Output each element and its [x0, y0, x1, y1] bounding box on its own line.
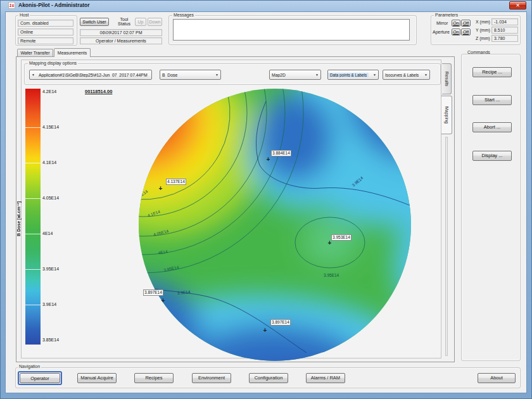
colorbar-tickline [25, 305, 41, 305]
colorbar-tickline [25, 234, 41, 234]
colorbar-tick: 4.2E14 [42, 89, 56, 94]
app-window: 1s Akonis-Pilot - Administrator ✕ Host C… [0, 0, 532, 399]
data-point-label: 3.953E14 [331, 234, 352, 241]
data-point-label: 4.137E14 [166, 179, 186, 185]
abort-button[interactable]: Abort ... [472, 122, 512, 132]
tab-wafer-transfer[interactable]: Wafer Transfer [17, 49, 53, 56]
side-scroll-track [445, 137, 448, 356]
recipe-button[interactable]: Recipe ... [472, 67, 512, 77]
points-mode-dropdown[interactable]: Data points & Labels ▼ [327, 70, 379, 80]
chevron-down-icon: ▼ [371, 73, 378, 77]
host-online-status: Online [18, 28, 73, 35]
datetime-field: 06\09\2017 02:07 PM [80, 29, 162, 36]
colorbar-axis-label: B Dose [at.cm⁻²] [16, 158, 24, 279]
nav-manual-acquire-button[interactable]: Manual Acquire [77, 373, 117, 383]
colorbar-tick: 4E14 [42, 231, 53, 236]
data-point-marker: + [265, 157, 271, 163]
start-button[interactable]: Start ... [472, 95, 512, 105]
data-point-marker: + [160, 298, 166, 304]
colorbar-tick: 3.95E14 [42, 267, 59, 271]
aperture-on-button[interactable]: On [452, 28, 460, 35]
colorbar-tick: 3.85E14 [42, 338, 59, 342]
x-coord-value: -1.034 [491, 18, 518, 25]
points-mode-dropdown-value: Data points & Labels [328, 73, 369, 77]
about-button[interactable]: About [478, 373, 516, 383]
chevron-down-icon: ▼ [30, 73, 37, 77]
parameters-group-label: Parameters [434, 13, 459, 18]
z-coord-label: Z (mm) [476, 36, 490, 41]
y-coord-label: Y (mm) [476, 28, 490, 32]
display-button[interactable]: Display ... [472, 151, 512, 161]
mirror-on-button[interactable]: On [452, 20, 460, 27]
close-icon[interactable]: ✕ [509, 1, 526, 10]
isocurves-mode-dropdown[interactable]: Isocurves & Labels ▼ [383, 70, 430, 80]
switch-user-button[interactable]: Switch User [80, 18, 109, 26]
colorbar-tick: 4.15E14 [42, 125, 59, 129]
nav-operator-button[interactable]: Operator [20, 373, 60, 383]
data-point-marker: + [327, 241, 332, 246]
aperture-off-button[interactable]: Off [461, 28, 471, 35]
mode-field: Operator / Measurements [80, 37, 162, 44]
host-group-label: Host [18, 13, 30, 18]
data-point-label: 3.897E14 [270, 319, 291, 326]
colorbar-tickline [25, 127, 41, 128]
map-type-dropdown-value: Map2D [270, 73, 288, 77]
tool-down-button[interactable]: Down [148, 18, 162, 26]
tool-up-button[interactable]: Up [135, 18, 146, 26]
dataset-dropdown-value: Application#1\SiGeB\Step25\#12-Jun_07_20… [37, 73, 149, 77]
dataset-dropdown[interactable]: ▼ Application#1\SiGeB\Step25\#12-Jun_07_… [29, 70, 152, 80]
map-type-dropdown[interactable]: Map2D ▼ [269, 70, 321, 80]
host-remote-status: Remote [18, 37, 73, 44]
tool-status-label: Tool Status [116, 17, 132, 26]
quantity-dropdown-value: B_Dose [160, 73, 179, 77]
isocurve-label: 3.95E14 [324, 273, 339, 277]
navigation-group-label: Navigation [18, 364, 41, 369]
wafer-map-area: 4.15E14 4.1E14 4.05E14 4E14 3.95E14 3.9E… [105, 87, 445, 363]
chevron-down-icon: ▼ [314, 73, 320, 77]
nav-configuration-button[interactable]: Configuration [249, 373, 288, 383]
messages-group-label: Messages [172, 13, 195, 18]
host-com-status: Com. disabled [18, 20, 73, 27]
colorbar-tickline [25, 163, 41, 163]
chevron-down-icon: ▼ [422, 73, 429, 77]
chevron-down-icon: ▼ [213, 73, 220, 77]
y-coord-value: 8.510 [491, 27, 518, 34]
colorbar-tickline [25, 198, 41, 199]
data-point-marker: + [262, 328, 268, 334]
window-title: Akonis-Pilot - Administrator [18, 2, 90, 8]
nav-operator-focus: Operator [18, 371, 62, 385]
wafer-id-link[interactable]: 00118514.00 [85, 89, 112, 94]
colorbar-tick: 3.9E14 [42, 302, 56, 307]
nav-environment-button[interactable]: Environment [192, 373, 231, 383]
aperture-label: Aperture [433, 30, 450, 34]
quantity-dropdown[interactable]: B_Dose ▼ [160, 70, 221, 80]
data-point-marker: + [158, 186, 163, 192]
nav-alarms-ram-button[interactable]: Alarms / RAM [306, 373, 345, 383]
mirror-label: Mirror [436, 21, 448, 25]
z-coord-value: 3.780 [491, 35, 518, 42]
mapping-options-label: Mapping display options [28, 61, 78, 66]
data-point-label: 3.897E14 [143, 289, 163, 296]
mirror-off-button[interactable]: Off [461, 20, 471, 27]
tab-measurements[interactable]: Measurements [54, 48, 91, 57]
data-point-label: 3.884E14 [271, 150, 291, 156]
colorbar-tickline [25, 269, 41, 270]
nav-recipes-button[interactable]: Recipes [134, 373, 174, 383]
app-logo-icon: 1s [8, 2, 15, 9]
x-coord-label: X (mm) [476, 20, 490, 24]
colorbar-tick: 4.05E14 [42, 196, 59, 200]
isocurves-mode-dropdown-value: Isocurves & Labels [383, 73, 421, 77]
messages-box[interactable] [173, 19, 410, 41]
colorbar-tick: 4.1E14 [42, 160, 56, 165]
